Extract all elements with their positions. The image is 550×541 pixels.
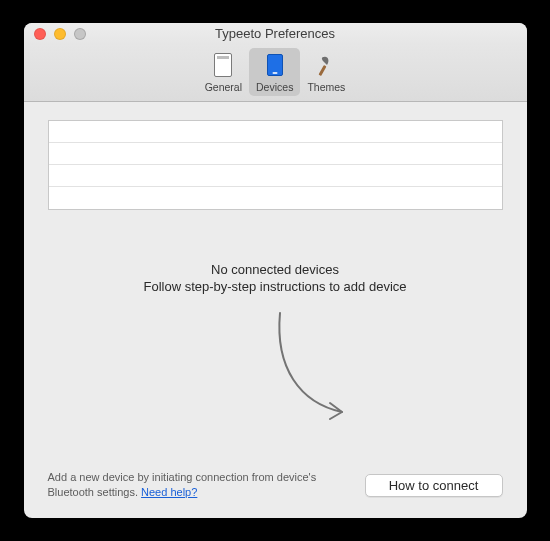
toolbar: General Devices Themes bbox=[24, 44, 527, 102]
device-icon bbox=[261, 51, 289, 79]
footer: Add a new device by initiating connectio… bbox=[48, 470, 503, 500]
content-area: No connected devices Follow step-by-step… bbox=[24, 102, 527, 518]
empty-subtitle: Follow step-by-step instructions to add … bbox=[48, 279, 503, 294]
table-row[interactable] bbox=[49, 121, 502, 143]
tab-themes[interactable]: Themes bbox=[300, 48, 352, 96]
svg-rect-0 bbox=[319, 65, 327, 76]
traffic-lights bbox=[24, 28, 86, 40]
tab-general-label: General bbox=[205, 81, 242, 93]
how-to-connect-button[interactable]: How to connect bbox=[365, 474, 503, 497]
window-title: Typeeto Preferences bbox=[24, 26, 527, 41]
tab-devices-label: Devices bbox=[256, 81, 293, 93]
empty-state: No connected devices Follow step-by-step… bbox=[48, 210, 503, 470]
table-row[interactable] bbox=[49, 143, 502, 165]
table-row[interactable] bbox=[49, 187, 502, 209]
themes-icon bbox=[312, 51, 340, 79]
device-table bbox=[48, 120, 503, 210]
zoom-icon bbox=[74, 28, 86, 40]
empty-message: No connected devices Follow step-by-step… bbox=[48, 262, 503, 294]
tab-themes-label: Themes bbox=[307, 81, 345, 93]
arrow-icon bbox=[48, 308, 503, 428]
preferences-window: Typeeto Preferences General Devices bbox=[24, 23, 527, 518]
tab-general[interactable]: General bbox=[198, 48, 249, 96]
table-row[interactable] bbox=[49, 165, 502, 187]
empty-title: No connected devices bbox=[48, 262, 503, 277]
general-icon bbox=[209, 51, 237, 79]
tab-devices[interactable]: Devices bbox=[249, 48, 300, 96]
need-help-link[interactable]: Need help? bbox=[141, 486, 197, 498]
titlebar: Typeeto Preferences bbox=[24, 23, 527, 44]
close-icon[interactable] bbox=[34, 28, 46, 40]
hint-text: Add a new device by initiating connectio… bbox=[48, 470, 348, 500]
tab-group: General Devices Themes bbox=[198, 48, 353, 96]
minimize-icon[interactable] bbox=[54, 28, 66, 40]
